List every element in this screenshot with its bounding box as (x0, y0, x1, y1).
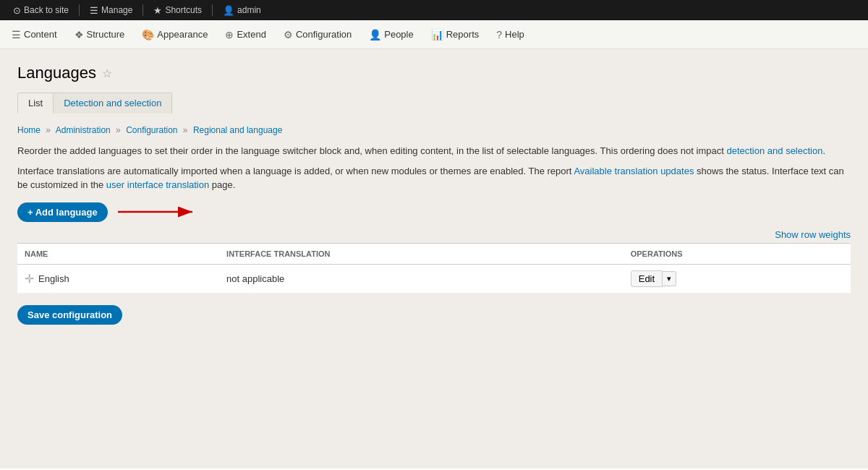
separator (79, 4, 80, 16)
user-icon: 👤 (223, 5, 234, 16)
drag-handle-icon[interactable]: ✛ (25, 272, 34, 286)
breadcrumb-sep1: » (46, 125, 51, 135)
nav-content[interactable]: ☰ Content (3, 20, 66, 48)
col-interface-translation: INTERFACE TRANSLATION (219, 243, 624, 264)
languages-table: NAME INTERFACE TRANSLATION OPERATIONS ✛ … (17, 243, 851, 294)
admin-bar: ⊙ Back to site ☰ Manage ★ Shortcuts 👤 ad… (0, 0, 868, 20)
lang-operations-cell: Edit ▾ (624, 264, 851, 293)
page-content: Languages ☆ List Detection and selection… (0, 49, 868, 469)
breadcrumb-sep2: » (116, 125, 121, 135)
nav-configuration[interactable]: ⚙ Configuration (275, 20, 360, 48)
dropdown-button[interactable]: ▾ (663, 271, 676, 286)
shortcuts-button[interactable]: ★ Shortcuts (146, 0, 209, 20)
col-operations: OPERATIONS (624, 243, 851, 264)
breadcrumb-home[interactable]: Home (17, 125, 41, 135)
save-config-row: Save configuration (17, 305, 851, 325)
nav-reports[interactable]: 📊 Reports (422, 20, 488, 48)
content-icon: ☰ (12, 29, 21, 40)
tabs: List Detection and selection (17, 93, 851, 114)
lang-name-cell: ✛ English (17, 264, 219, 293)
table-header-row: NAME INTERFACE TRANSLATION OPERATIONS (17, 243, 851, 264)
description-1: Reorder the added languages to set their… (17, 144, 851, 158)
breadcrumb-regional-language[interactable]: Regional and language (193, 125, 282, 135)
description-2: Interface translations are automatically… (17, 164, 851, 192)
col-name: NAME (17, 243, 219, 264)
add-language-row: + Add language (17, 202, 851, 222)
breadcrumb: Home » Administration » Configuration » … (17, 125, 851, 135)
table-row: ✛ English not applicable Edit ▾ (17, 264, 851, 293)
edit-button[interactable]: Edit (631, 270, 663, 287)
add-language-button[interactable]: + Add language (17, 202, 108, 222)
breadcrumb-administration[interactable]: Administration (56, 125, 111, 135)
available-translation-link[interactable]: Available translation updates (574, 166, 694, 176)
help-icon: ? (496, 29, 502, 40)
menu-icon: ☰ (90, 5, 98, 16)
people-icon: 👤 (369, 29, 381, 40)
favorite-icon[interactable]: ☆ (102, 67, 112, 80)
back-icon: ⊙ (13, 5, 21, 16)
separator3 (212, 4, 213, 16)
edit-btn-group: Edit ▾ (631, 270, 843, 287)
manage-button[interactable]: ☰ Manage (82, 0, 140, 20)
nav-extend[interactable]: ⊕ Extend (216, 20, 274, 48)
show-row-weights-link[interactable]: Show row weights (775, 229, 851, 240)
separator2 (142, 4, 143, 16)
star-bar-icon: ★ (153, 5, 162, 16)
nav-help[interactable]: ? Help (488, 20, 533, 48)
breadcrumb-sep3: » (183, 125, 188, 135)
red-arrow-annotation (116, 204, 203, 220)
tab-detection-selection[interactable]: Detection and selection (54, 93, 172, 114)
config-icon: ⚙ (284, 29, 293, 40)
page-title: Languages (17, 64, 96, 82)
detection-selection-link[interactable]: detection and selection (726, 145, 822, 156)
breadcrumb-configuration[interactable]: Configuration (126, 125, 177, 135)
reports-icon: 📊 (431, 29, 443, 40)
back-to-site-button[interactable]: ⊙ Back to site (6, 0, 76, 20)
structure-icon: ❖ (75, 29, 84, 40)
admin-user-button[interactable]: 👤 admin (216, 0, 268, 20)
save-configuration-button[interactable]: Save configuration (17, 305, 122, 325)
ui-translation-link[interactable]: user interface translation (106, 179, 209, 190)
page-title-row: Languages ☆ (17, 64, 851, 82)
appearance-icon: 🎨 (142, 29, 154, 40)
extend-icon: ⊕ (225, 29, 234, 40)
show-row-weights: Show row weights (17, 229, 851, 240)
main-nav: ☰ Content ❖ Structure 🎨 Appearance ⊕ Ext… (0, 20, 868, 49)
tab-list[interactable]: List (17, 93, 54, 114)
lang-translation-cell: not applicable (219, 264, 624, 293)
nav-people[interactable]: 👤 People (360, 20, 422, 48)
nav-structure[interactable]: ❖ Structure (66, 20, 134, 48)
nav-appearance[interactable]: 🎨 Appearance (133, 20, 216, 48)
